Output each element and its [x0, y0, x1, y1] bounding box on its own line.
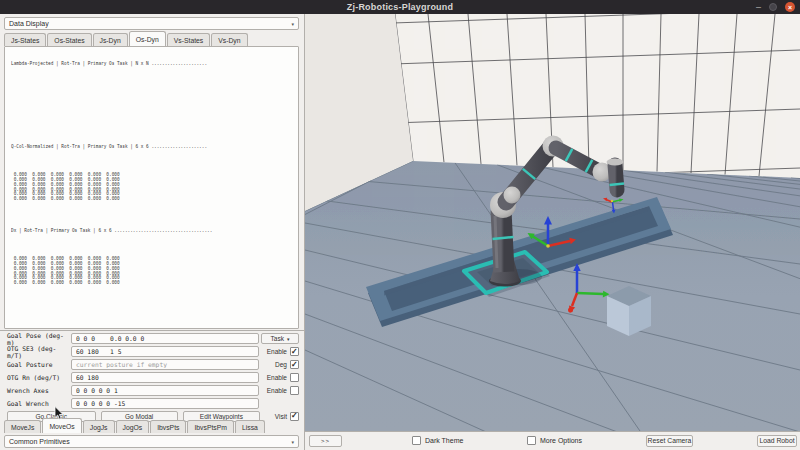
- otg-se3-input[interactable]: [71, 346, 259, 357]
- goal-cube: [607, 286, 651, 336]
- enable-label: Enable: [267, 374, 287, 381]
- deg-label: Deg: [275, 361, 287, 368]
- enable-label: Enable: [267, 348, 287, 355]
- wrench-enable-checkbox[interactable]: [290, 386, 299, 395]
- tab-js-dyn[interactable]: Js-Dyn: [93, 33, 128, 46]
- goal-posture-input[interactable]: [71, 359, 259, 370]
- chevron-down-icon: ▾: [291, 21, 294, 27]
- goal-form: Goal Pose (deg-m) Task ▾ OTG SE3 (deg-m/…: [0, 330, 304, 422]
- load-robot-button[interactable]: Load Robot: [757, 435, 797, 447]
- tab-os-dyn[interactable]: Os-Dyn: [129, 31, 166, 46]
- tab-jogjs[interactable]: JogJs: [83, 420, 115, 433]
- tab-ibvspts[interactable]: IbvsPts: [150, 420, 186, 433]
- bottom-bar: >> Dark Theme More Options Reset Camera …: [305, 431, 800, 450]
- wrench-axes-input[interactable]: [71, 385, 259, 396]
- mode-tabs: MoveJs MoveOs JogJs JogOs IbvsPts IbvsPt…: [4, 421, 299, 433]
- dark-theme-checkbox[interactable]: [412, 436, 421, 445]
- chevron-down-icon: ▾: [291, 439, 294, 445]
- goal-pose-input[interactable]: [71, 333, 259, 344]
- titlebar: Zj-Robotics-Playground – ×: [0, 0, 800, 14]
- matrix-row: 0.000 0.000 0.000 0.000 0.000 0.000: [11, 280, 299, 285]
- more-options-checkbox[interactable]: [527, 436, 536, 445]
- visit-label: Visit: [275, 413, 287, 420]
- data-section-dx: Dx | Rot-Tra | Primary Os Task | 6 x 6 .…: [11, 219, 299, 329]
- otg-se3-enable-checkbox[interactable]: [290, 347, 299, 356]
- data-tabs: Js-States Os-States Js-Dyn Os-Dyn Vs-Sta…: [4, 32, 299, 46]
- matrix-rows: 0.000 0.000 0.000 0.000 0.000 0.000 0.00…: [11, 257, 299, 285]
- back-wall: [395, 14, 800, 178]
- data-section-lambda: Lambda-Projected | Rot-Tra | Primary Os …: [11, 52, 299, 95]
- mouse-cursor: [54, 406, 65, 421]
- deg-checkbox[interactable]: [290, 360, 299, 369]
- close-button[interactable]: ×: [785, 2, 795, 12]
- data-display-area: Lambda-Projected | Rot-Tra | Primary Os …: [4, 46, 299, 329]
- window-title: Zj-Robotics-Playground: [347, 2, 453, 12]
- tab-os-states[interactable]: Os-States: [47, 33, 91, 46]
- otg-rn-label: OTG Rn (deg/T): [7, 374, 71, 381]
- maximize-button[interactable]: [769, 3, 777, 11]
- otg-rn-input[interactable]: [71, 372, 259, 383]
- goal-posture-label: Goal Posture: [7, 361, 71, 368]
- enable-label: Enable: [267, 387, 287, 394]
- task-frame-dropdown[interactable]: Task ▾: [261, 333, 299, 344]
- scene-canvas: [305, 14, 800, 431]
- tab-vs-dyn[interactable]: Vs-Dyn: [211, 33, 247, 46]
- matrix-row: 0.000 0.000 0.000 0.000 0.000 0.000: [11, 196, 299, 201]
- primitives-select[interactable]: Common Primitives ▾: [4, 435, 299, 448]
- visit-checkbox[interactable]: [290, 412, 299, 421]
- window-controls: – ×: [756, 0, 795, 14]
- tab-movejs[interactable]: MoveJs: [4, 420, 41, 433]
- goal-pose-label: Goal Pose (deg-m): [7, 332, 71, 346]
- goal-wrench-input[interactable]: [71, 398, 259, 409]
- chevron-down-icon: ▾: [287, 336, 290, 342]
- 3d-viewport[interactable]: [305, 14, 800, 431]
- tab-js-states[interactable]: Js-States: [4, 33, 46, 46]
- more-options-toggle[interactable]: More Options: [527, 436, 582, 445]
- dark-theme-toggle[interactable]: Dark Theme: [412, 436, 463, 445]
- minimize-button[interactable]: –: [756, 3, 761, 12]
- otg-rn-enable-checkbox[interactable]: [290, 373, 299, 382]
- otg-se3-label: OTG SE3 (deg-m/T): [7, 345, 71, 359]
- tab-vs-states[interactable]: Vs-States: [167, 33, 210, 46]
- wrench-axes-label: Wrench Axes: [7, 387, 71, 394]
- tab-jogos[interactable]: JogOs: [116, 420, 150, 433]
- expand-panel-button[interactable]: >>: [309, 435, 342, 447]
- reset-camera-button[interactable]: Reset Camera: [646, 435, 693, 447]
- left-panel: Data Display ▾ Js-States Os-States Js-Dy…: [0, 14, 305, 450]
- app-window: Zj-Robotics-Playground – × Data Display …: [0, 0, 800, 450]
- tab-lissa[interactable]: Lissa: [235, 420, 265, 433]
- matrix-rows: 0.000 0.000 0.000 0.000 0.000 0.000 0.00…: [11, 173, 299, 201]
- tab-ibvsptspm[interactable]: IbvsPtsPm: [187, 420, 233, 433]
- data-display-select[interactable]: Data Display ▾: [4, 17, 299, 30]
